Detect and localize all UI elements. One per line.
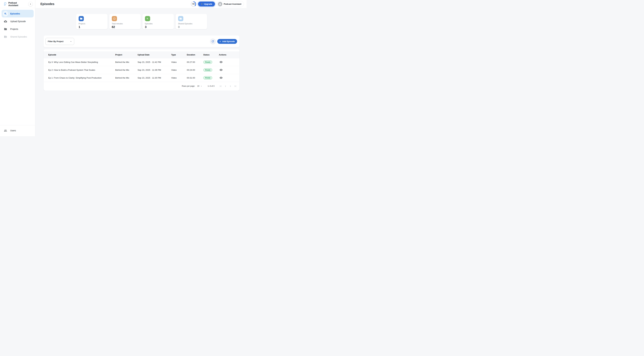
sidebar-nav: Episodes Upload Episode Projects Shared … xyxy=(0,8,35,40)
playlist-play-icon xyxy=(3,11,8,16)
status-badge: Ready xyxy=(203,68,212,72)
playlist-play-icon xyxy=(145,16,150,21)
eye-icon xyxy=(220,60,223,64)
sidebar-footer: Users xyxy=(0,125,35,136)
stat-value: 0 xyxy=(178,25,204,29)
duration-cell: 00:31:00 xyxy=(186,74,202,82)
duration-cell: 00:24:00 xyxy=(186,66,202,74)
sidebar-item-users[interactable]: Users xyxy=(2,127,34,134)
view-episode-button[interactable] xyxy=(219,76,223,80)
rows-per-page-value: 10 xyxy=(197,85,199,87)
account-chip[interactable]: Podcast Assistant xyxy=(217,1,244,7)
refresh-button[interactable] xyxy=(210,38,216,44)
chevron-left-icon xyxy=(29,3,32,5)
episodes-table-card: Episode Project Upload Date Type Duratio… xyxy=(44,49,240,90)
sidebar-item-label: Upload Episode xyxy=(10,20,26,23)
stat-value: 1 xyxy=(78,25,105,29)
actions-cell xyxy=(218,58,240,66)
stat-card-projects: Projects 1 xyxy=(76,14,108,29)
credits-value: 720 xyxy=(192,2,196,6)
folder-shared-icon xyxy=(178,16,183,21)
filter-bar: Filter By Project Add Episode xyxy=(44,35,240,47)
type-cell: Video xyxy=(170,74,186,82)
rows-per-page-select[interactable]: 10 xyxy=(197,85,202,87)
episode-title-cell: Ep 1: From Chaos to Clarity: Simplifying… xyxy=(44,74,114,82)
folder-shared-icon xyxy=(3,34,8,39)
sidebar-item-projects[interactable]: Projects xyxy=(2,25,34,33)
view-episode-button[interactable] xyxy=(219,68,223,72)
sidebar-item-shared-episodes[interactable]: Shared Episodes xyxy=(2,33,34,40)
podcast-logo-icon xyxy=(4,2,7,6)
view-episode-button[interactable] xyxy=(219,60,223,64)
first-page-button[interactable] xyxy=(218,84,223,88)
last-page-button[interactable] xyxy=(233,84,237,88)
last-page-icon xyxy=(234,85,237,88)
column-header-upload-date: Upload Date xyxy=(136,51,170,58)
sidebar: Podcast Assistant Episodes Upload Episod… xyxy=(0,0,36,136)
stat-value: 3 xyxy=(145,25,172,29)
upload-date-cell: Sep 23, 2025 · 11:42 PM xyxy=(136,58,170,66)
actions-cell xyxy=(218,74,240,82)
stat-label: Total minutes xyxy=(112,23,138,25)
stat-card-shared-episodes: Shared Episodes 0 xyxy=(176,14,207,29)
pagination-range-label: 1–3 of 3 xyxy=(208,85,214,87)
lightning-bolt-icon xyxy=(201,3,203,5)
type-cell: Video xyxy=(170,58,186,66)
refresh-icon xyxy=(211,40,214,43)
cloud-upload-icon xyxy=(3,19,8,24)
credits-ring: 720 xyxy=(191,1,196,7)
column-header-duration: Duration xyxy=(186,51,202,58)
table-pagination: Rows per page: 10 1–3 of 3 xyxy=(44,82,240,90)
sidebar-item-episodes[interactable]: Episodes xyxy=(2,10,34,17)
sidebar-item-upload-episode[interactable]: Upload Episode xyxy=(2,17,34,25)
next-page-button[interactable] xyxy=(228,84,232,88)
column-header-type: Type xyxy=(170,51,186,58)
first-page-icon xyxy=(219,85,222,88)
add-episode-button[interactable]: Add Episode xyxy=(217,39,237,44)
eye-icon xyxy=(220,76,223,79)
stat-label: Episodes xyxy=(145,23,172,25)
eye-icon xyxy=(220,68,223,71)
top-header: Episodes 720 Upgrade Podcast Assistant xyxy=(36,0,246,8)
stat-value: 82 xyxy=(112,25,138,29)
main-area: Episodes 720 Upgrade Podcast Assistant xyxy=(36,0,246,136)
account-name: Podcast Assistant xyxy=(224,3,241,5)
group-icon xyxy=(3,128,8,133)
upgrade-button[interactable]: Upgrade xyxy=(198,1,215,6)
person-avatar-icon xyxy=(218,2,222,6)
episode-title-cell: Ep 3: Why Less Editing Can Mean Better S… xyxy=(44,58,114,66)
sidebar-item-label: Users xyxy=(10,129,16,132)
filter-select-value: Filter By Project xyxy=(48,40,64,42)
sidebar-title: Podcast Assistant xyxy=(8,1,27,6)
pagination-nav xyxy=(218,84,237,88)
stat-label: Shared Episodes xyxy=(178,23,204,25)
column-header-episode: Episode xyxy=(44,51,114,58)
content-area: Projects 1 Total minutes 82 Episodes 3 xyxy=(36,8,246,90)
project-cell: Behind the Mic xyxy=(114,66,136,74)
previous-page-button[interactable] xyxy=(224,84,228,88)
status-cell: Ready xyxy=(202,58,218,66)
upgrade-button-label: Upgrade xyxy=(204,3,212,5)
upload-date-cell: Sep 23, 2025 · 11:39 PM xyxy=(136,66,170,74)
chevron-left-icon xyxy=(224,85,227,88)
status-cell: Ready xyxy=(202,66,218,74)
project-cell: Behind the Mic xyxy=(114,58,136,66)
upload-date-cell: Sep 23, 2025 · 11:30 PM xyxy=(136,74,170,82)
clock-icon xyxy=(112,16,117,21)
folder-icon xyxy=(78,16,84,21)
page-title: Episodes xyxy=(40,2,191,6)
episode-title-cell: Ep 2: How to Build a Podcast System That… xyxy=(44,66,114,74)
dropdown-arrow-icon xyxy=(70,40,72,43)
project-cell: Behind the Mic xyxy=(114,74,136,82)
chevron-right-icon xyxy=(229,85,232,88)
table-row: Ep 2: How to Build a Podcast System That… xyxy=(44,66,240,74)
filter-by-project-select[interactable]: Filter By Project xyxy=(46,38,74,45)
column-header-project: Project xyxy=(114,51,136,58)
duration-cell: 00:27:00 xyxy=(186,58,202,66)
stat-card-total-minutes: Total minutes 82 xyxy=(109,14,141,29)
sidebar-item-label: Shared Episodes xyxy=(10,35,27,38)
sidebar-collapse-button[interactable] xyxy=(28,2,33,6)
actions-cell xyxy=(218,66,240,74)
column-header-actions: Actions xyxy=(218,51,240,58)
sidebar-header: Podcast Assistant xyxy=(0,0,35,8)
